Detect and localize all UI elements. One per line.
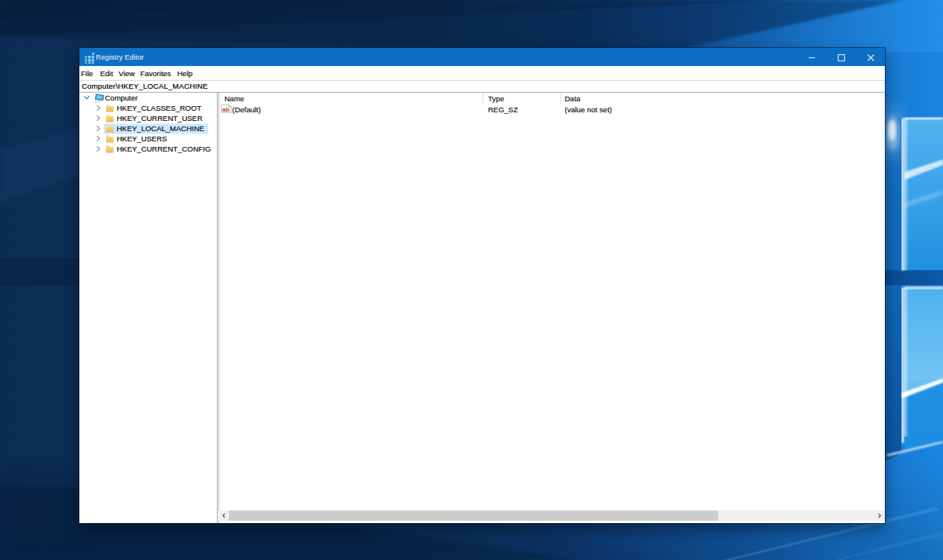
svg-text:ab: ab xyxy=(222,106,229,113)
